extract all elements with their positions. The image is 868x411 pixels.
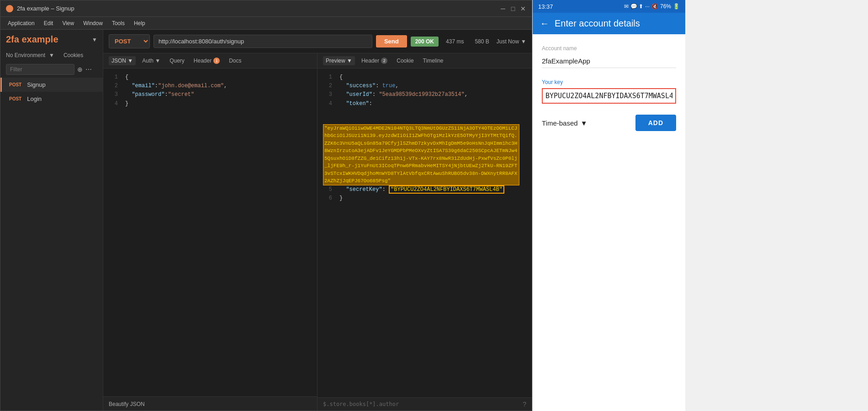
type-label: Time-based bbox=[542, 119, 578, 127]
response-path: $.store.books[*].author bbox=[323, 401, 399, 407]
sidebar-item-signup[interactable]: POST Signup bbox=[0, 78, 103, 92]
cookies-label[interactable]: Cookies bbox=[64, 52, 83, 58]
resp-line-3: 3 "userId": "5eaa98539dc19932b27a3514", bbox=[323, 90, 526, 99]
type-arrow: ▼ bbox=[581, 119, 587, 127]
mobile-status-bar: 13:37 ✉ 💬 ⬆ ··· 🔇 76% 🔋 bbox=[533, 0, 685, 13]
battery-level: 76% bbox=[660, 3, 671, 10]
back-button[interactable]: ← bbox=[540, 18, 549, 29]
close-button[interactable]: ✕ bbox=[520, 5, 526, 12]
send-button[interactable]: Send bbox=[376, 35, 407, 47]
timestamp: Just Now ▼ bbox=[497, 38, 526, 45]
filter-more-icon[interactable]: ⋯ bbox=[85, 66, 92, 73]
sidebar-dropdown-arrow[interactable]: ▼ bbox=[92, 37, 97, 43]
title-bar: 2fa example – Signup ─ □ ✕ bbox=[0, 0, 532, 17]
env-arrow: ▼ bbox=[49, 52, 54, 58]
code-line-2: 2 "email":"john.doe@email.com", bbox=[109, 82, 312, 90]
request-panel: POST GET PUT DELETE Send 200 OK 437 ms 5… bbox=[103, 30, 532, 411]
menu-window[interactable]: Window bbox=[79, 18, 106, 28]
response-size: 580 B bbox=[471, 37, 492, 47]
menu-edit[interactable]: Edit bbox=[40, 18, 57, 28]
response-tab-bar: Preview ▼ Header 2 Cookie Timeline bbox=[318, 53, 532, 68]
method-badge-signup: POST bbox=[7, 81, 23, 88]
timestamp-label: Just Now bbox=[497, 38, 519, 45]
title-bar-controls: ─ □ ✕ bbox=[500, 5, 526, 12]
mobile-panel: 13:37 ✉ 💬 ⬆ ··· 🔇 76% 🔋 ← Enter account … bbox=[532, 0, 685, 411]
method-badge-login: POST bbox=[7, 95, 23, 102]
volume-icon: 🔇 bbox=[651, 3, 658, 10]
status-badge: 200 OK bbox=[411, 37, 439, 47]
resp-line-2: 2 "success": true, bbox=[323, 82, 526, 90]
response-pane: Preview ▼ Header 2 Cookie Timeline 1 { 2… bbox=[318, 53, 532, 411]
title-bar-left: 2fa example – Signup bbox=[6, 5, 74, 12]
menu-tools[interactable]: Tools bbox=[108, 18, 128, 28]
app-content: 2fa example ▼ No Environment ▼ Cookies ⊕… bbox=[0, 30, 532, 411]
tab-docs[interactable]: Docs bbox=[226, 56, 244, 65]
key-input[interactable] bbox=[545, 92, 672, 100]
env-label: No Environment bbox=[6, 52, 45, 58]
editor-footer: Beautify JSON bbox=[103, 396, 317, 411]
tab-header[interactable]: Header 1 bbox=[191, 56, 222, 65]
menu-application[interactable]: Application bbox=[4, 18, 38, 28]
split-view: JSON ▼ Auth ▼ Query Header 1 Docs 1 { 2 bbox=[103, 53, 532, 411]
secret-key-value: "BYPUCU2ZO4AL2NFBYIDAXS6T7MWASL4B" bbox=[389, 185, 504, 194]
response-tab-preview[interactable]: Preview ▼ bbox=[323, 56, 355, 65]
type-selector[interactable]: Time-based ▼ bbox=[542, 119, 587, 127]
tab-query[interactable]: Query bbox=[167, 56, 187, 65]
sidebar-title: 2fa example bbox=[6, 34, 58, 45]
mobile-header: ← Enter account details bbox=[533, 13, 685, 34]
request-tab-bar: JSON ▼ Auth ▼ Query Header 1 Docs bbox=[103, 53, 317, 68]
response-footer: $.store.books[*].author ? bbox=[318, 397, 532, 411]
key-input-wrapper bbox=[542, 88, 676, 104]
battery-bar: 🔋 bbox=[673, 3, 680, 10]
code-line-4: 4 } bbox=[109, 100, 312, 108]
signal-icon: ✉ 💬 ⬆ bbox=[624, 3, 643, 10]
account-name-group: Account name bbox=[542, 45, 676, 68]
response-body: 1 { 2 "success": true, 3 "userId": "5eaa… bbox=[318, 68, 532, 397]
code-line-1: 1 { bbox=[109, 73, 312, 82]
add-collection-icon[interactable]: ⊕ bbox=[77, 66, 83, 73]
sidebar-item-label-login: Login bbox=[27, 95, 42, 102]
key-group: Your key bbox=[542, 79, 676, 104]
mobile-title: Enter account details bbox=[555, 18, 640, 29]
app-window: 2fa example – Signup ─ □ ✕ Application E… bbox=[0, 0, 532, 411]
account-name-label: Account name bbox=[542, 45, 676, 52]
account-name-input[interactable] bbox=[542, 54, 676, 68]
response-tab-cookie[interactable]: Cookie bbox=[394, 56, 416, 65]
mobile-content: Account name Your key Time-based ▼ ADD bbox=[533, 34, 685, 411]
app-icon bbox=[6, 5, 13, 12]
sidebar-filter: ⊕ ⋯ bbox=[0, 61, 103, 78]
response-tab-timeline[interactable]: Timeline bbox=[420, 56, 446, 65]
maximize-button[interactable]: □ bbox=[510, 5, 516, 12]
resp-line-5: 5 "secretKey": "BYPUCU2ZO4AL2NFBYIDAXS6T… bbox=[323, 185, 526, 194]
menu-help[interactable]: Help bbox=[130, 18, 149, 28]
filter-input[interactable] bbox=[6, 64, 74, 75]
tab-auth[interactable]: Auth ▼ bbox=[139, 56, 163, 65]
sidebar-header: 2fa example ▼ bbox=[0, 30, 103, 49]
url-input[interactable] bbox=[153, 35, 372, 48]
resp-line-6: 6 } bbox=[323, 194, 526, 203]
add-button[interactable]: ADD bbox=[635, 115, 676, 131]
menu-view[interactable]: View bbox=[58, 18, 78, 28]
window-title: 2fa example – Signup bbox=[17, 5, 74, 12]
code-line-3: 3 "password":"secret" bbox=[109, 90, 312, 99]
tab-json[interactable]: JSON ▼ bbox=[109, 56, 136, 65]
timestamp-arrow[interactable]: ▼ bbox=[521, 38, 526, 45]
request-body-editor[interactable]: 1 { 2 "email":"john.doe@email.com", 3 "p… bbox=[103, 68, 317, 396]
sidebar-item-login[interactable]: POST Login bbox=[0, 92, 103, 106]
editor-pane: JSON ▼ Auth ▼ Query Header 1 Docs 1 { 2 bbox=[103, 53, 318, 411]
beautify-button[interactable]: Beautify JSON bbox=[109, 401, 145, 407]
battery-icon: ··· bbox=[645, 3, 650, 10]
sidebar-item-label-signup: Signup bbox=[27, 81, 45, 88]
resp-line-1: 1 { bbox=[323, 73, 526, 82]
url-bar: POST GET PUT DELETE Send 200 OK 437 ms 5… bbox=[103, 30, 532, 53]
minimize-button[interactable]: ─ bbox=[500, 5, 506, 12]
key-label: Your key bbox=[542, 79, 676, 85]
resp-line-4: 4 "token": bbox=[323, 100, 526, 108]
response-time: 437 ms bbox=[442, 37, 467, 47]
token-value: "eyJraWQiOiiwOWE4MDE2Ni04NTQ3LTQ3NmUtOGU… bbox=[323, 124, 519, 185]
help-icon[interactable]: ? bbox=[523, 400, 526, 408]
method-select[interactable]: POST GET PUT DELETE bbox=[109, 34, 150, 48]
menu-bar: Application Edit View Window Tools Help bbox=[0, 17, 532, 30]
response-tab-header[interactable]: Header 2 bbox=[359, 56, 390, 65]
sidebar-env[interactable]: No Environment ▼ Cookies bbox=[0, 49, 103, 61]
